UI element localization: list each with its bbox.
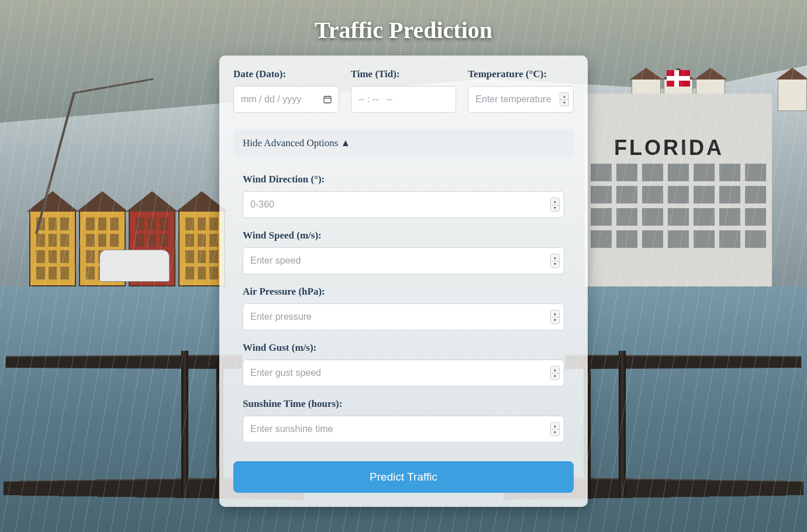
air-pressure-input[interactable] [243, 303, 564, 330]
wind-gust-field-group: Wind Gust (m/s): ▲▼ [243, 342, 564, 386]
sunshine-time-field-group: Sunshine Time (hours): ▲▼ [243, 398, 564, 443]
advanced-options-panel: Wind Direction (°): ▲▼ Wind Speed (m/s):… [233, 174, 574, 443]
air-pressure-stepper[interactable]: ▲▼ [550, 310, 560, 324]
wind-gust-input[interactable] [243, 360, 564, 386]
time-input[interactable] [351, 86, 457, 113]
sunshine-time-input[interactable] [243, 416, 564, 443]
temperature-field-group: Temperature (°C): ▲▼ [468, 68, 574, 113]
temperature-input[interactable] [468, 86, 574, 113]
wind-direction-input[interactable] [243, 191, 564, 218]
time-label: Time (Tid): [351, 68, 457, 80]
date-field-group: Date (Dato): [233, 68, 339, 113]
wind-direction-field-group: Wind Direction (°): ▲▼ [243, 174, 564, 218]
advanced-options-toggle[interactable]: Hide Advanced Options ▲ [233, 129, 574, 157]
wind-direction-label: Wind Direction (°): [243, 174, 564, 185]
svg-rect-0 [324, 96, 331, 103]
sunshine-time-stepper[interactable]: ▲▼ [550, 422, 560, 436]
wind-gust-label: Wind Gust (m/s): [243, 342, 564, 354]
predict-traffic-button[interactable]: Predict Traffic [233, 461, 574, 493]
temperature-stepper[interactable]: ▲▼ [560, 92, 569, 106]
form-card: Date (Dato): Time (Tid): Temperature (°C… [219, 56, 588, 507]
air-pressure-label: Air Pressure (hPa): [243, 286, 564, 298]
wind-speed-input[interactable] [243, 247, 564, 274]
time-field-group: Time (Tid): [351, 68, 457, 113]
calendar-icon[interactable] [323, 95, 332, 104]
date-label: Date (Dato): [233, 68, 339, 80]
page-title: Traffic Prediction [315, 16, 492, 44]
temperature-label: Temperature (°C): [468, 68, 574, 80]
air-pressure-field-group: Air Pressure (hPa): ▲▼ [243, 286, 564, 330]
wind-direction-stepper[interactable]: ▲▼ [550, 198, 560, 212]
wind-speed-field-group: Wind Speed (m/s): ▲▼ [243, 230, 564, 274]
chevron-up-icon: ▲ [341, 137, 351, 148]
advanced-toggle-label: Hide Advanced Options [243, 137, 338, 148]
wind-speed-stepper[interactable]: ▲▼ [550, 254, 560, 268]
wind-speed-label: Wind Speed (m/s): [243, 230, 564, 241]
wind-gust-stepper[interactable]: ▲▼ [550, 366, 560, 380]
sunshine-time-label: Sunshine Time (hours): [243, 398, 564, 410]
